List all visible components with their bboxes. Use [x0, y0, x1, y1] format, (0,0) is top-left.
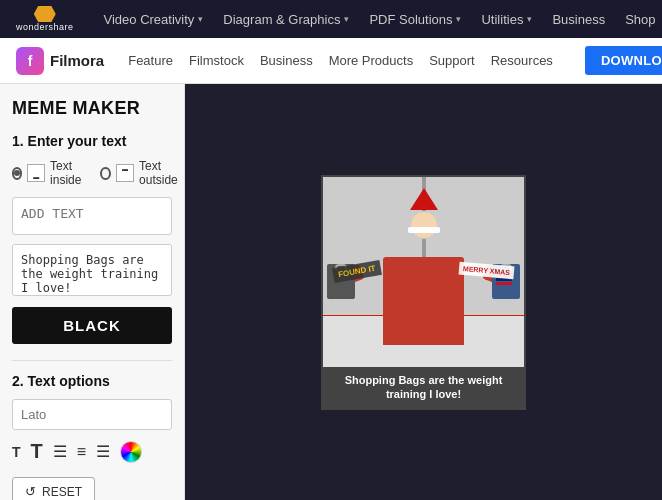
- sidebar: MEME MAKER 1. Enter your text ▬ Text ins…: [0, 84, 185, 500]
- download-button[interactable]: DOWNLOAD: [585, 46, 662, 75]
- text-inside-option[interactable]: ▬ Text inside: [12, 159, 90, 187]
- divider: [12, 360, 172, 361]
- wondershare-logo-icon: [34, 6, 56, 22]
- text-outside-icon: ▬: [116, 164, 134, 182]
- font-size-large-icon[interactable]: T: [31, 440, 43, 463]
- nav-support[interactable]: Support: [429, 53, 475, 68]
- nav-business[interactable]: Business: [552, 12, 605, 27]
- meme-image-container: FOUND IT MERRY XMAS Shopping Bags are th…: [321, 175, 526, 410]
- bottom-text-input[interactable]: Shopping Bags are the weight training I …: [12, 244, 172, 296]
- chevron-down-icon: ▾: [198, 14, 203, 24]
- nav-video-creativity[interactable]: Video Creativity ▾: [104, 12, 204, 27]
- nav-business[interactable]: Business: [260, 53, 313, 68]
- nav-resources[interactable]: Resources: [491, 53, 553, 68]
- text-inside-radio[interactable]: [12, 167, 22, 180]
- text-outside-option[interactable]: ▬ Text outside: [100, 159, 185, 187]
- nav-diagram-graphics[interactable]: Diagram & Graphics ▾: [223, 12, 349, 27]
- nav-feature[interactable]: Feature: [128, 53, 173, 68]
- font-size-small-icon[interactable]: T: [12, 444, 21, 460]
- red-shirt: [383, 257, 463, 345]
- reset-button[interactable]: ↺ RESET: [12, 477, 95, 500]
- filmora-logo-text: Filmora: [50, 52, 104, 69]
- santa-hat-band: [408, 227, 440, 233]
- person-head: [410, 211, 438, 239]
- top-navigation: wondershare Video Creativity ▾ Diagram &…: [0, 0, 662, 38]
- text-outside-radio[interactable]: [100, 167, 111, 180]
- reset-icon: ↺: [25, 484, 36, 499]
- nav-filmstock[interactable]: Filmstock: [189, 53, 244, 68]
- page-title: MEME MAKER: [12, 98, 172, 119]
- add-text-input[interactable]: [12, 197, 172, 235]
- text-options-row: T T ☰ ≡ ☰: [12, 440, 172, 463]
- align-left-icon[interactable]: ☰: [53, 442, 67, 461]
- color-button[interactable]: BLACK: [12, 307, 172, 344]
- chevron-down-icon: ▾: [527, 14, 532, 24]
- font-input[interactable]: [12, 399, 172, 430]
- second-navigation: f Filmora Feature Filmstock Business Mor…: [0, 38, 662, 84]
- color-wheel-icon[interactable]: [120, 441, 142, 463]
- santa-hat: [410, 188, 438, 210]
- content-area: FOUND IT MERRY XMAS Shopping Bags are th…: [185, 84, 662, 500]
- align-right-icon[interactable]: ☰: [96, 442, 110, 461]
- filmora-logo[interactable]: f Filmora: [16, 47, 104, 75]
- nav-more-products[interactable]: More Products: [329, 53, 414, 68]
- chevron-down-icon: ▾: [456, 14, 461, 24]
- nav-pdf-solutions[interactable]: PDF Solutions ▾: [369, 12, 461, 27]
- main-layout: MEME MAKER 1. Enter your text ▬ Text ins…: [0, 84, 662, 500]
- nav-utilities[interactable]: Utilities ▾: [481, 12, 532, 27]
- filmora-logo-icon: f: [16, 47, 44, 75]
- section1-label: 1. Enter your text: [12, 133, 172, 149]
- nav-shop[interactable]: Shop: [625, 12, 655, 27]
- chevron-down-icon: ▾: [344, 14, 349, 24]
- align-center-icon[interactable]: ≡: [77, 443, 86, 461]
- text-inside-icon: ▬: [27, 164, 45, 182]
- text-position-options: ▬ Text inside ▬ Text outside: [12, 159, 172, 187]
- wondershare-logo[interactable]: wondershare: [16, 6, 74, 32]
- wondershare-logo-text: wondershare: [16, 22, 74, 32]
- meme-caption: Shopping Bags are the weight training I …: [323, 367, 524, 408]
- section2-label: 2. Text options: [12, 373, 172, 389]
